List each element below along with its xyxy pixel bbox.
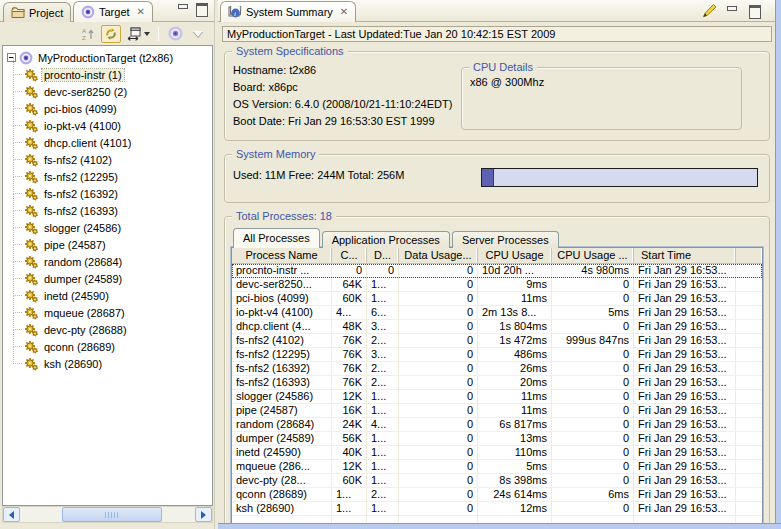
tree-item-label: pipe (24587): [42, 239, 108, 251]
reconnect-icon[interactable]: [124, 25, 152, 43]
table-cell-filler: [736, 474, 762, 488]
column-header[interactable]: D...: [367, 248, 399, 263]
tree-item[interactable]: random (28684): [3, 253, 212, 270]
cpu-details-group: CPU Details x86 @ 300Mhz: [461, 67, 742, 130]
table-cell: 3...: [367, 348, 399, 362]
table-cell: dumper (24589): [232, 432, 332, 446]
table-cell: 0: [399, 446, 478, 460]
tree-item[interactable]: pci-bios (4099): [3, 100, 212, 117]
column-header[interactable]: Process Name: [232, 248, 332, 263]
table-row[interactable]: dumper (24589)56K1...013ms0Fri Jan 29 16…: [232, 432, 762, 446]
tab-all-processes[interactable]: All Processes: [233, 228, 320, 248]
table-cell: 0: [399, 432, 478, 446]
close-icon[interactable]: ✕: [137, 7, 145, 17]
tree-item[interactable]: ksh (28690): [3, 355, 212, 372]
table-row[interactable]: dhcp.client (4...48K3...01s 804ms0Fri Ja…: [232, 320, 762, 334]
table-row[interactable]: qconn (28689)1...2...024s 614ms6msFri Ja…: [232, 488, 762, 502]
maximize-icon[interactable]: [748, 5, 761, 16]
table-row[interactable]: mqueue (286...12K1...05ms0Fri Jan 29 16:…: [232, 460, 762, 474]
tree-item-label: io-pkt-v4 (4100): [42, 120, 123, 132]
tree-item-label: dumper (24589): [42, 273, 124, 285]
tree-item[interactable]: devc-ser8250 (2): [3, 83, 212, 100]
close-icon[interactable]: ✕: [340, 7, 348, 17]
tree-items: procnto-instr (1)devc-ser8250 (2)pci-bio…: [3, 66, 212, 372]
table-cell: 3...: [367, 320, 399, 334]
table-cell: 1...: [367, 446, 399, 460]
table-cell: Fri Jan 29 16:53...: [634, 376, 736, 390]
tree-item[interactable]: procnto-instr (1): [3, 66, 212, 83]
table-row[interactable]: pci-bios (4099)60K1...011ms0Fri Jan 29 1…: [232, 292, 762, 306]
table-cell: 1...: [332, 502, 367, 516]
process-gear-icon: [24, 357, 39, 371]
table-cell: 0: [552, 404, 634, 418]
process-gear-icon: [24, 153, 39, 167]
tree-item[interactable]: io-pkt-v4 (4100): [3, 117, 212, 134]
table-row[interactable]: inetd (24590)40K1...0110ms0Fri Jan 29 16…: [232, 446, 762, 460]
table-cell: 0: [552, 418, 634, 432]
tree-item[interactable]: fs-nfs2 (16393): [3, 202, 212, 219]
tree-item[interactable]: devc-pty (28688): [3, 321, 212, 338]
table-row[interactable]: slogger (24586)12K1...011ms0Fri Jan 29 1…: [232, 390, 762, 404]
table-row[interactable]: fs-nfs2 (16392)76K2...026ms0Fri Jan 29 1…: [232, 362, 762, 376]
table-cell: 76K: [332, 348, 367, 362]
table-row[interactable]: random (28684)24K4...06s 817ms0Fri Jan 2…: [232, 418, 762, 432]
tree-item[interactable]: qconn (28689): [3, 338, 212, 355]
tree-item-label: inetd (24590): [42, 290, 111, 302]
table-row[interactable]: ksh (28690)1...1...012ms0Fri Jan 29 16:5…: [232, 502, 762, 516]
table-row[interactable]: procnto-instr ...00010d 20h ...4s 980msF…: [232, 264, 762, 278]
column-header[interactable]: CPU Usage: [478, 248, 552, 263]
tree-item[interactable]: slogger (24586): [3, 219, 212, 236]
group-title: Total Processes: 18: [232, 210, 336, 222]
tab-target[interactable]: Target ✕: [73, 1, 153, 22]
minimize-icon[interactable]: [726, 5, 739, 16]
tab-system-summary[interactable]: i System Summary ✕: [220, 1, 356, 22]
refresh-icon[interactable]: [101, 25, 121, 43]
table-row[interactable]: io-pkt-v4 (4100)4...6...02m 13s 8...5msF…: [232, 306, 762, 320]
tree-item[interactable]: dumper (24589): [3, 270, 212, 287]
column-header[interactable]: CPU Usage ...: [552, 248, 634, 263]
tab-application-processes[interactable]: Application Processes: [322, 231, 450, 248]
pencil-icon[interactable]: [701, 3, 717, 18]
tree-item[interactable]: fs-nfs2 (12295): [3, 168, 212, 185]
table-row[interactable]: fs-nfs2 (4102)76K2...01s 472ms999us 847n…: [232, 334, 762, 348]
table-row[interactable]: devc-pty (28...60K1...08s 398ms0Fri Jan …: [232, 474, 762, 488]
column-header[interactable]: Data Usage...: [399, 248, 478, 263]
scrollbar-track[interactable]: [20, 507, 195, 522]
tree-item[interactable]: mqueue (28687): [3, 304, 212, 321]
sort-az-icon[interactable]: A Z: [78, 25, 98, 43]
tree-item[interactable]: dhcp.client (4101): [3, 134, 212, 151]
tab-project[interactable]: Project: [3, 2, 71, 22]
view-menu-icon[interactable]: [188, 25, 208, 43]
tree-root[interactable]: MyProductionTarget (t2x86): [3, 49, 212, 66]
table-cell: 1...: [332, 488, 367, 502]
target-menu-icon[interactable]: [165, 25, 185, 43]
tab-server-processes[interactable]: Server Processes: [452, 231, 559, 248]
table-cell: 5ms: [552, 306, 634, 320]
scroll-left-icon[interactable]: [3, 507, 20, 522]
horizontal-scrollbar[interactable]: [2, 506, 213, 523]
table-row[interactable]: fs-nfs2 (12295)76K3...0486ms0Fri Jan 29 …: [232, 348, 762, 362]
table-cell-filler: [736, 488, 762, 502]
scrollbar-thumb[interactable]: [62, 507, 162, 522]
column-header[interactable]: Start Time: [634, 248, 736, 263]
table-cell: [634, 516, 736, 523]
table-cell: devc-ser8250...: [232, 278, 332, 292]
tree-item[interactable]: pipe (24587): [3, 236, 212, 253]
table-row[interactable]: devc-ser8250...64K1...09ms0Fri Jan 29 16…: [232, 278, 762, 292]
table-cell: 0: [399, 390, 478, 404]
tree-item[interactable]: fs-nfs2 (4102): [3, 151, 212, 168]
maximize-icon[interactable]: [195, 3, 208, 14]
table-cell: 1...: [367, 390, 399, 404]
minimize-icon[interactable]: [177, 3, 190, 14]
table-cell: Fri Jan 29 16:53...: [634, 390, 736, 404]
system-memory-group: System Memory Used: 11M Free: 244M Total…: [224, 154, 770, 203]
table-cell: Fri Jan 29 16:53...: [634, 432, 736, 446]
scroll-right-icon[interactable]: [195, 507, 212, 522]
table-cell: fs-nfs2 (16392): [232, 362, 332, 376]
table-cell: 6s 817ms: [478, 418, 552, 432]
table-row[interactable]: pipe (24587)16K1...011ms0Fri Jan 29 16:5…: [232, 404, 762, 418]
tree-item[interactable]: inetd (24590): [3, 287, 212, 304]
column-header[interactable]: C...: [332, 248, 367, 263]
tree-item[interactable]: fs-nfs2 (16392): [3, 185, 212, 202]
table-row[interactable]: fs-nfs2 (16393)76K2...020ms0Fri Jan 29 1…: [232, 376, 762, 390]
